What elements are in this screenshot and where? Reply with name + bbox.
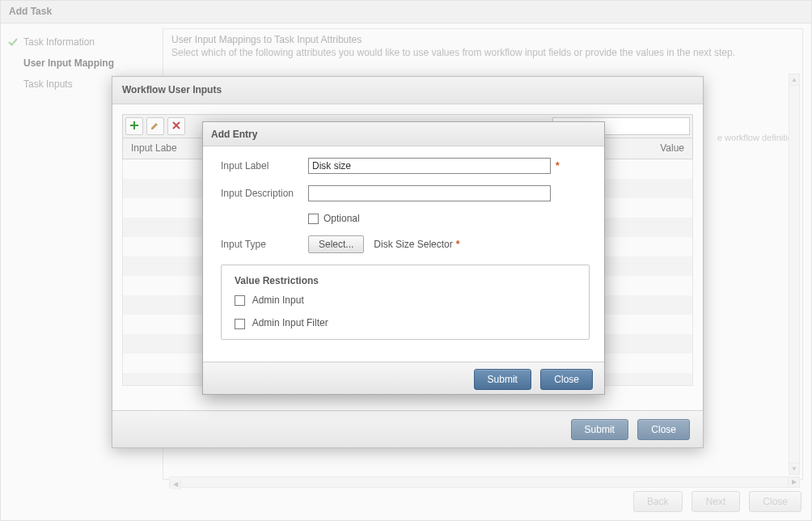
wizard-step-task-information[interactable]: Task Information: [9, 32, 154, 53]
legend-value-restrictions: Value Restrictions: [235, 275, 576, 286]
required-indicator-icon: *: [456, 239, 460, 250]
plus-icon: [129, 121, 139, 133]
select-type-button[interactable]: Select...: [308, 235, 364, 253]
label-input-label: Input Label: [221, 160, 308, 172]
required-indicator-icon: *: [556, 160, 560, 172]
label-input-description: Input Description: [221, 188, 308, 199]
label-input-type: Input Type: [221, 239, 308, 250]
main-subheading: Select which of the following attributes…: [171, 47, 797, 58]
row-input-description: Input Description: [221, 185, 590, 201]
label-admin-input-filter: Admin Input Filter: [252, 317, 328, 328]
add-entry-dialog: Add Entry Input Label * Input Descriptio…: [202, 121, 605, 395]
horizontal-scrollbar[interactable]: ◀ ▶: [169, 477, 800, 488]
scroll-right-icon[interactable]: ▶: [788, 477, 799, 487]
scroll-up-icon[interactable]: ▲: [789, 74, 799, 86]
wizard-step-label: Task Information: [23, 36, 95, 48]
close-button[interactable]: Close: [637, 419, 690, 440]
x-icon: [171, 121, 181, 133]
edit-button[interactable]: [146, 117, 164, 135]
optional-checkbox[interactable]: [308, 214, 319, 224]
checkmark-icon: [7, 36, 19, 48]
close-button[interactable]: Close: [540, 369, 593, 390]
delete-button[interactable]: [167, 117, 185, 135]
row-input-type: Input Type Select... Disk Size Selector …: [221, 235, 590, 253]
input-description-field[interactable]: [308, 185, 551, 201]
row-optional: Optional: [221, 213, 590, 224]
label-optional: Optional: [324, 213, 360, 224]
add-entry-body: Input Label * Input Description Optional…: [203, 146, 604, 348]
back-button[interactable]: Back: [633, 491, 683, 512]
wizard-footer: Back Next Close: [627, 491, 801, 512]
add-entry-title: Add Entry: [203, 122, 604, 146]
wizard-step-label: User Input Mapping: [23, 57, 114, 69]
input-label-field[interactable]: [308, 158, 551, 174]
side-hint: e workflow definition: [717, 133, 797, 142]
label-admin-input: Admin Input: [252, 294, 304, 306]
submit-button[interactable]: Submit: [571, 419, 628, 440]
workflow-user-inputs-title: Workflow User Inputs: [112, 77, 703, 104]
pencil-icon: [150, 121, 160, 133]
selected-type-value: Disk Size Selector: [374, 239, 452, 250]
add-button[interactable]: [125, 117, 143, 135]
next-button[interactable]: Next: [691, 491, 740, 512]
vertical-scrollbar[interactable]: ▲ ▼: [789, 74, 800, 475]
add-entry-footer: Submit Close: [203, 362, 604, 394]
scroll-down-icon[interactable]: ▼: [789, 463, 799, 474]
main-heading: User Input Mappings to Task Input Attrib…: [171, 34, 797, 45]
wizard-step-label: Task Inputs: [23, 78, 73, 90]
admin-input-checkbox[interactable]: [235, 295, 245, 306]
admin-input-filter-checkbox[interactable]: [235, 319, 245, 329]
add-task-title: Add Task: [1, 1, 811, 23]
close-button[interactable]: Close: [749, 491, 801, 512]
scroll-left-icon[interactable]: ◀: [170, 480, 181, 489]
row-input-label: Input Label *: [221, 158, 590, 174]
workflow-user-inputs-footer: Submit Close: [112, 410, 703, 447]
wizard-step-user-input-mapping[interactable]: User Input Mapping: [9, 53, 154, 74]
value-restrictions-fieldset: Value Restrictions Admin Input Admin Inp…: [221, 265, 590, 340]
submit-button[interactable]: Submit: [474, 369, 531, 390]
